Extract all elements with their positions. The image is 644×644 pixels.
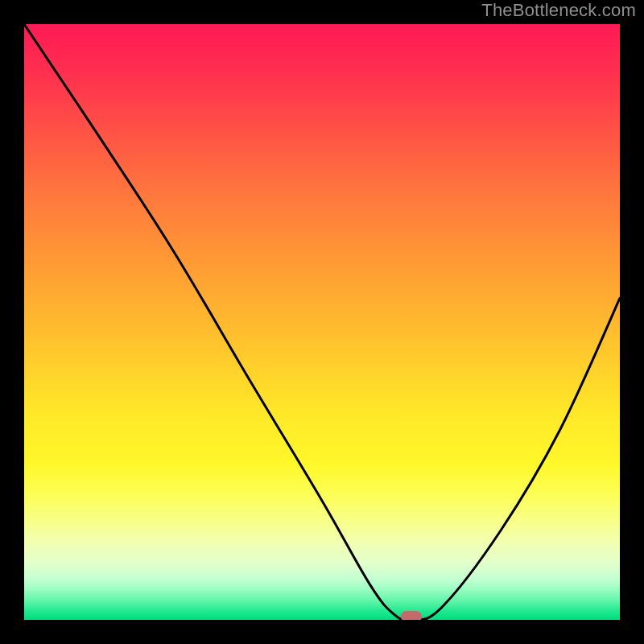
watermark-text: TheBottleneck.com xyxy=(481,0,636,21)
plot-area xyxy=(24,24,620,620)
curve-svg xyxy=(24,24,620,620)
optimal-marker xyxy=(401,611,422,620)
chart-stage: TheBottleneck.com xyxy=(0,0,644,644)
bottleneck-curve-path xyxy=(24,24,620,620)
